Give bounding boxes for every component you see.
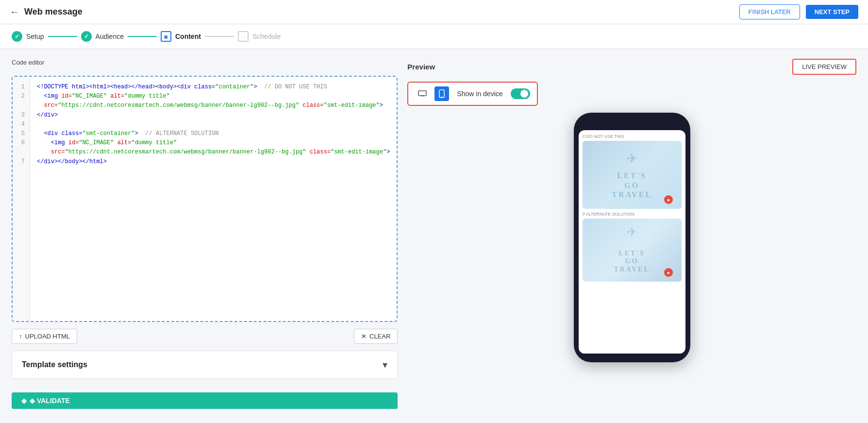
- step-setup-icon: ✓: [12, 31, 22, 42]
- step-connector-1: [48, 36, 77, 37]
- mobile-device-button[interactable]: [434, 86, 449, 101]
- upload-html-button[interactable]: ↑ UPLOAD HTML: [12, 329, 77, 344]
- topbar-right: FINISH LATER NEXT STEP: [739, 4, 858, 19]
- device-toggle-bar: Show in device: [407, 82, 537, 106]
- topbar-left: ← Web message: [10, 6, 83, 17]
- phone-screen: // DO NOT USE THIS ✈ LET'SGOTRAVEL ● // …: [579, 130, 685, 354]
- code-editor-wrapper: 1 2 3 4 5 6 7 <!DOCTYPE html><html><head…: [12, 76, 398, 322]
- banner-text-2: LET'SGOTRAVEL: [614, 250, 650, 274]
- step-setup-label: Setup: [26, 33, 44, 40]
- phone-comment-2: // ALTERNATE SOLUTION: [583, 212, 682, 217]
- page-title: Web message: [24, 7, 83, 17]
- code-lines[interactable]: <!DOCTYPE html><html><head></head><body>…: [30, 77, 397, 321]
- template-settings-title: Template settings: [22, 360, 87, 369]
- phone-comment-1: // DO NOT USE THIS: [583, 134, 682, 139]
- phone-notch: [615, 121, 649, 126]
- phone-preview: // DO NOT USE THIS ✈ LET'SGOTRAVEL ● // …: [407, 113, 856, 362]
- main-content: Code editor 1 2 3 4 5 6 7 <!DOCTYPE html…: [0, 49, 868, 419]
- clear-button[interactable]: ✕ CLEAR: [354, 329, 398, 344]
- code-line-6b: src="https://cdnt.netcoresmartech.com/we…: [37, 148, 390, 157]
- step-connector-3: [205, 36, 234, 37]
- finish-later-button[interactable]: FINISH LATER: [739, 4, 800, 19]
- right-panel: Preview LIVE PREVIEW Show in device: [407, 59, 856, 409]
- step-schedule-icon: □: [238, 31, 249, 42]
- template-settings-toggle[interactable]: Template settings ▾: [22, 359, 387, 371]
- topbar: ← Web message FINISH LATER NEXT STEP: [0, 0, 868, 24]
- step-content[interactable]: ▣ Content: [161, 31, 201, 42]
- code-line-6: <img id="NC_IMAGE" alt="dummy title": [37, 138, 390, 148]
- step-content-label: Content: [175, 33, 201, 40]
- steps-bar: ✓ Setup ✓ Audience ▣ Content □ Schedule: [0, 24, 868, 49]
- step-content-icon: ▣: [161, 31, 171, 42]
- phone-banner-1: ✈ LET'SGOTRAVEL ●: [583, 141, 682, 209]
- step-schedule[interactable]: □ Schedule: [238, 31, 281, 42]
- desktop-device-button[interactable]: [415, 86, 430, 101]
- code-line-2b: src="https://cdnt.netcoresmartech.com/we…: [37, 101, 390, 110]
- show-in-device-label: Show in device: [457, 90, 502, 98]
- phone-banner-2: ✈ LET'SGOTRAVEL ●: [583, 219, 682, 282]
- step-setup[interactable]: ✓ Setup: [12, 31, 44, 42]
- step-audience-icon: ✓: [81, 31, 92, 42]
- next-step-button[interactable]: NEXT STEP: [806, 5, 858, 19]
- left-panel: Code editor 1 2 3 4 5 6 7 <!DOCTYPE html…: [12, 59, 398, 409]
- live-preview-button[interactable]: LIVE PREVIEW: [792, 59, 856, 75]
- validate-icon: ◈: [21, 397, 27, 405]
- svg-rect-0: [418, 91, 426, 96]
- svg-point-4: [441, 96, 442, 97]
- banner-text-1: LET'SGOTRAVEL: [612, 171, 652, 199]
- code-editor-label: Code editor: [12, 59, 398, 66]
- back-button[interactable]: ←: [10, 6, 19, 17]
- code-line-1: <!DOCTYPE html><html><head></head><body>…: [37, 83, 390, 92]
- chevron-down-icon: ▾: [383, 359, 387, 371]
- code-line-7: </div></body></html>: [37, 157, 390, 167]
- preview-header: Preview LIVE PREVIEW: [407, 59, 856, 75]
- editor-actions: ↑ UPLOAD HTML ✕ CLEAR: [12, 329, 398, 344]
- code-line-5: <div class="smt-container"> // ALTERNATE…: [37, 129, 390, 138]
- code-area[interactable]: 1 2 3 4 5 6 7 <!DOCTYPE html><html><head…: [13, 77, 397, 321]
- banner-dot-1: ●: [664, 195, 673, 204]
- template-settings-section: Template settings ▾: [12, 351, 398, 379]
- line-numbers: 1 2 3 4 5 6 7: [13, 77, 30, 321]
- banner-dot-2: ●: [664, 268, 673, 277]
- phone-mockup: // DO NOT USE THIS ✈ LET'SGOTRAVEL ● // …: [574, 113, 690, 362]
- upload-icon: ↑: [19, 333, 22, 340]
- phone-screen-content: // DO NOT USE THIS ✈ LET'SGOTRAVEL ● // …: [579, 130, 685, 286]
- code-line-3: </div>: [37, 111, 390, 120]
- code-line-4: [37, 120, 390, 129]
- validate-button[interactable]: ◈ ◈ VALIDATE: [12, 392, 398, 409]
- show-in-device-toggle[interactable]: [511, 88, 530, 99]
- preview-label: Preview: [407, 63, 435, 71]
- code-line-2: <img id="NC_IMAGE" alt="dummy title": [37, 92, 390, 101]
- clear-icon: ✕: [361, 333, 367, 340]
- step-audience-label: Audience: [96, 33, 124, 40]
- step-schedule-label: Schedule: [252, 33, 281, 40]
- step-connector-2: [128, 36, 157, 37]
- step-audience[interactable]: ✓ Audience: [81, 31, 124, 42]
